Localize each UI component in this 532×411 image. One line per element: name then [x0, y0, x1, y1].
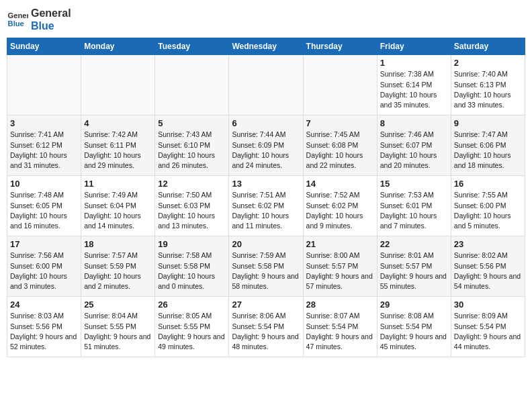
day-number: 27: [232, 300, 300, 310]
logo-icon: General Blue: [7, 9, 28, 30]
svg-text:Blue: Blue: [8, 19, 24, 28]
day-cell: 25Sunrise: 8:04 AMSunset: 5:55 PMDayligh…: [81, 297, 155, 357]
col-header-friday: Friday: [377, 38, 451, 55]
day-number: 15: [380, 179, 448, 189]
day-number: 8: [380, 118, 448, 128]
day-info: Sunrise: 7:38 AMSunset: 6:14 PMDaylight:…: [380, 69, 448, 110]
day-cell: 8Sunrise: 7:46 AMSunset: 6:07 PMDaylight…: [377, 116, 451, 176]
day-cell: 6Sunrise: 7:44 AMSunset: 6:09 PMDaylight…: [229, 116, 303, 176]
day-number: 1: [380, 58, 448, 68]
day-cell: 1Sunrise: 7:38 AMSunset: 6:14 PMDaylight…: [377, 55, 451, 116]
day-info: Sunrise: 8:08 AMSunset: 5:54 PMDaylight:…: [380, 311, 448, 352]
col-header-thursday: Thursday: [303, 38, 377, 55]
calendar-header-row: SundayMondayTuesdayWednesdayThursdayFrid…: [7, 38, 525, 55]
day-info: Sunrise: 8:05 AMSunset: 5:55 PMDaylight:…: [158, 311, 226, 352]
day-cell: [303, 55, 377, 116]
day-number: 29: [380, 300, 448, 310]
day-cell: 12Sunrise: 7:50 AMSunset: 6:03 PMDayligh…: [155, 176, 229, 236]
week-row-1: 1Sunrise: 7:38 AMSunset: 6:14 PMDaylight…: [7, 55, 525, 116]
day-cell: [155, 55, 229, 116]
day-info: Sunrise: 7:46 AMSunset: 6:07 PMDaylight:…: [380, 130, 448, 171]
day-cell: 10Sunrise: 7:48 AMSunset: 6:05 PMDayligh…: [7, 176, 81, 236]
day-info: Sunrise: 7:59 AMSunset: 5:58 PMDaylight:…: [232, 250, 300, 291]
day-info: Sunrise: 7:41 AMSunset: 6:12 PMDaylight:…: [10, 130, 78, 171]
day-number: 20: [232, 239, 300, 249]
day-info: Sunrise: 7:50 AMSunset: 6:03 PMDaylight:…: [158, 190, 226, 231]
day-info: Sunrise: 7:40 AMSunset: 6:13 PMDaylight:…: [454, 69, 522, 110]
day-number: 2: [454, 58, 522, 68]
day-info: Sunrise: 7:57 AMSunset: 5:59 PMDaylight:…: [84, 250, 152, 291]
week-row-4: 17Sunrise: 7:56 AMSunset: 6:00 PMDayligh…: [7, 236, 525, 297]
day-info: Sunrise: 8:09 AMSunset: 5:54 PMDaylight:…: [454, 311, 522, 352]
day-cell: 16Sunrise: 7:55 AMSunset: 6:00 PMDayligh…: [451, 176, 525, 236]
day-cell: 13Sunrise: 7:51 AMSunset: 6:02 PMDayligh…: [229, 176, 303, 236]
col-header-wednesday: Wednesday: [229, 38, 303, 55]
day-cell: 5Sunrise: 7:43 AMSunset: 6:10 PMDaylight…: [155, 116, 229, 176]
day-info: Sunrise: 8:02 AMSunset: 5:56 PMDaylight:…: [454, 250, 522, 291]
day-number: 4: [84, 118, 152, 128]
day-number: 5: [158, 118, 226, 128]
day-cell: 3Sunrise: 7:41 AMSunset: 6:12 PMDaylight…: [7, 116, 81, 176]
day-info: Sunrise: 8:03 AMSunset: 5:56 PMDaylight:…: [10, 311, 78, 352]
day-number: 25: [84, 300, 152, 310]
day-number: 23: [454, 239, 522, 249]
day-info: Sunrise: 8:06 AMSunset: 5:54 PMDaylight:…: [232, 311, 300, 352]
day-info: Sunrise: 8:04 AMSunset: 5:55 PMDaylight:…: [84, 311, 152, 352]
day-cell: 24Sunrise: 8:03 AMSunset: 5:56 PMDayligh…: [7, 297, 81, 357]
day-cell: 27Sunrise: 8:06 AMSunset: 5:54 PMDayligh…: [229, 297, 303, 357]
day-number: 17: [10, 239, 78, 249]
day-cell: 4Sunrise: 7:42 AMSunset: 6:11 PMDaylight…: [81, 116, 155, 176]
day-number: 28: [306, 300, 374, 310]
day-cell: 11Sunrise: 7:49 AMSunset: 6:04 PMDayligh…: [81, 176, 155, 236]
day-cell: [7, 55, 81, 116]
col-header-sunday: Sunday: [7, 38, 81, 55]
day-cell: 2Sunrise: 7:40 AMSunset: 6:13 PMDaylight…: [451, 55, 525, 116]
day-info: Sunrise: 7:49 AMSunset: 6:04 PMDaylight:…: [84, 190, 152, 231]
day-cell: 14Sunrise: 7:52 AMSunset: 6:02 PMDayligh…: [303, 176, 377, 236]
day-number: 22: [380, 239, 448, 249]
day-number: 14: [306, 179, 374, 189]
day-info: Sunrise: 7:53 AMSunset: 6:01 PMDaylight:…: [380, 190, 448, 231]
day-cell: 20Sunrise: 7:59 AMSunset: 5:58 PMDayligh…: [229, 236, 303, 297]
day-cell: [81, 55, 155, 116]
day-number: 3: [10, 118, 78, 128]
day-cell: 17Sunrise: 7:56 AMSunset: 6:00 PMDayligh…: [7, 236, 81, 297]
day-number: 12: [158, 179, 226, 189]
day-number: 30: [454, 300, 522, 310]
logo-blue: Blue: [31, 19, 71, 32]
day-info: Sunrise: 8:07 AMSunset: 5:54 PMDaylight:…: [306, 311, 374, 352]
day-number: 13: [232, 179, 300, 189]
day-cell: 23Sunrise: 8:02 AMSunset: 5:56 PMDayligh…: [451, 236, 525, 297]
day-number: 10: [10, 179, 78, 189]
day-cell: 26Sunrise: 8:05 AMSunset: 5:55 PMDayligh…: [155, 297, 229, 357]
day-cell: 19Sunrise: 7:58 AMSunset: 5:58 PMDayligh…: [155, 236, 229, 297]
day-number: 26: [158, 300, 226, 310]
page-header: General Blue General Blue: [7, 7, 525, 32]
day-info: Sunrise: 7:51 AMSunset: 6:02 PMDaylight:…: [232, 190, 300, 231]
day-number: 16: [454, 179, 522, 189]
day-cell: [229, 55, 303, 116]
day-info: Sunrise: 7:43 AMSunset: 6:10 PMDaylight:…: [158, 130, 226, 171]
day-cell: 29Sunrise: 8:08 AMSunset: 5:54 PMDayligh…: [377, 297, 451, 357]
week-row-3: 10Sunrise: 7:48 AMSunset: 6:05 PMDayligh…: [7, 176, 525, 236]
day-number: 6: [232, 118, 300, 128]
day-cell: 28Sunrise: 8:07 AMSunset: 5:54 PMDayligh…: [303, 297, 377, 357]
day-number: 24: [10, 300, 78, 310]
day-info: Sunrise: 7:44 AMSunset: 6:09 PMDaylight:…: [232, 130, 300, 171]
day-cell: 7Sunrise: 7:45 AMSunset: 6:08 PMDaylight…: [303, 116, 377, 176]
day-number: 7: [306, 118, 374, 128]
day-info: Sunrise: 7:56 AMSunset: 6:00 PMDaylight:…: [10, 250, 78, 291]
col-header-monday: Monday: [81, 38, 155, 55]
day-info: Sunrise: 7:48 AMSunset: 6:05 PMDaylight:…: [10, 190, 78, 231]
day-cell: 21Sunrise: 8:00 AMSunset: 5:57 PMDayligh…: [303, 236, 377, 297]
logo: General Blue General Blue: [7, 7, 71, 32]
col-header-saturday: Saturday: [451, 38, 525, 55]
day-info: Sunrise: 8:00 AMSunset: 5:57 PMDaylight:…: [306, 250, 374, 291]
day-number: 21: [306, 239, 374, 249]
week-row-5: 24Sunrise: 8:03 AMSunset: 5:56 PMDayligh…: [7, 297, 525, 357]
day-info: Sunrise: 8:01 AMSunset: 5:57 PMDaylight:…: [380, 250, 448, 291]
day-cell: 15Sunrise: 7:53 AMSunset: 6:01 PMDayligh…: [377, 176, 451, 236]
calendar-table: SundayMondayTuesdayWednesdayThursdayFrid…: [7, 38, 525, 357]
day-number: 9: [454, 118, 522, 128]
day-number: 18: [84, 239, 152, 249]
